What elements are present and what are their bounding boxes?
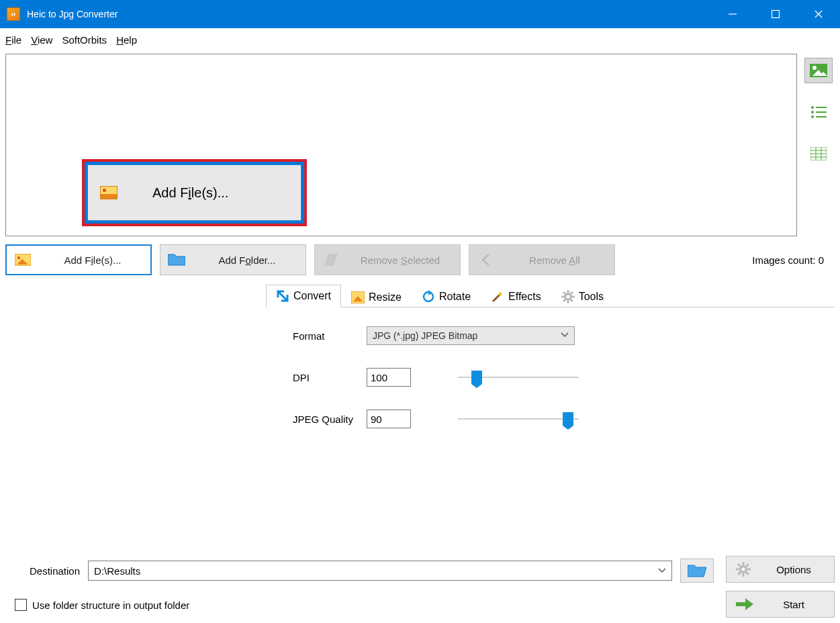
- svg-point-21: [17, 256, 20, 259]
- menu-help[interactable]: Help: [116, 34, 137, 46]
- tab-resize[interactable]: Resize: [341, 287, 412, 307]
- chevron-down-icon: [561, 331, 569, 339]
- eraser-icon: [322, 252, 340, 267]
- destination-combo[interactable]: D:\Results: [88, 561, 672, 581]
- svg-point-52: [742, 568, 745, 571]
- svg-rect-9: [816, 107, 827, 108]
- destination-label: Destination: [9, 565, 80, 577]
- svg-rect-53: [736, 602, 745, 606]
- add-folder-label: Add Folder...: [195, 254, 299, 266]
- start-button[interactable]: Start: [726, 591, 835, 618]
- svg-marker-24: [324, 254, 338, 266]
- app-icon: H: [7, 7, 20, 21]
- quality-slider[interactable]: [458, 410, 579, 428]
- view-details-button[interactable]: [804, 141, 833, 166]
- quality-label: JPEG Quality: [293, 414, 360, 425]
- svg-line-25: [279, 292, 287, 300]
- folder-open-icon: [688, 563, 706, 578]
- dpi-label: DPI: [293, 372, 360, 383]
- window-controls: [711, 0, 840, 28]
- title-bar: H Heic to Jpg Converter: [0, 0, 840, 28]
- tabs: Convert Resize Rotate Effects Tools: [266, 283, 835, 307]
- add-files-big-label: Add File(s)...: [152, 185, 228, 201]
- format-combo[interactable]: JPG (*.jpg) JPEG Bitmap: [367, 326, 575, 345]
- menu-softorbits[interactable]: SoftOrbits: [62, 34, 107, 46]
- tab-effects[interactable]: Effects: [481, 285, 551, 307]
- svg-line-48: [738, 564, 741, 567]
- format-label: Format: [293, 330, 360, 342]
- app-title: Heic to Jpg Converter: [27, 9, 118, 19]
- arrow-right-icon: [736, 598, 752, 610]
- tab-tools[interactable]: Tools: [551, 285, 614, 307]
- svg-line-49: [746, 572, 749, 575]
- svg-marker-42: [688, 565, 706, 577]
- svg-line-40: [563, 299, 565, 301]
- use-folder-structure-checkbox[interactable]: [15, 599, 27, 611]
- chevron-down-icon: [658, 567, 666, 575]
- svg-marker-23: [168, 254, 185, 265]
- folder-icon: [167, 252, 186, 267]
- svg-point-5: [812, 66, 816, 70]
- options-button[interactable]: Options: [726, 556, 835, 583]
- minimize-button[interactable]: [711, 0, 754, 28]
- remove-selected-button[interactable]: Remove Selected: [314, 244, 461, 275]
- add-files-button[interactable]: Add File(s)...: [5, 244, 152, 275]
- add-files-label: Add File(s)...: [42, 254, 144, 266]
- quality-input[interactable]: [367, 410, 411, 428]
- svg-point-41: [566, 295, 569, 299]
- svg-rect-13: [816, 116, 827, 117]
- highlight-callout: Add File(s)...: [82, 159, 307, 226]
- dpi-input[interactable]: [367, 368, 411, 387]
- svg-point-12: [811, 115, 814, 118]
- svg-marker-54: [745, 598, 753, 610]
- view-thumbnails-button[interactable]: [804, 58, 833, 83]
- svg-line-50: [746, 564, 749, 567]
- dpi-slider[interactable]: [458, 368, 579, 387]
- svg-line-39: [571, 292, 573, 294]
- svg-line-38: [571, 299, 573, 301]
- maximize-button[interactable]: [754, 0, 797, 28]
- preview-pane: Add File(s)...: [5, 54, 797, 236]
- svg-line-51: [738, 572, 741, 575]
- remove-all-label: Remove All: [502, 254, 608, 266]
- menu-file[interactable]: File: [5, 34, 21, 46]
- view-list-button[interactable]: [804, 99, 833, 125]
- image-icon: [100, 186, 118, 199]
- image-icon: [13, 252, 32, 267]
- convert-panel: Format JPG (*.jpg) JPEG Bitmap DPI JPEG …: [266, 307, 835, 458]
- tab-convert[interactable]: Convert: [266, 285, 341, 307]
- remove-all-button[interactable]: Remove All: [469, 244, 615, 275]
- svg-rect-11: [816, 111, 827, 113]
- svg-marker-29: [428, 290, 432, 295]
- menu-bar: File View SoftOrbits Help: [0, 28, 840, 51]
- svg-point-10: [811, 111, 814, 113]
- file-list-panel: [5, 283, 261, 550]
- images-count: Images count: 0: [752, 254, 835, 266]
- browse-destination-button[interactable]: [680, 559, 714, 583]
- tab-rotate[interactable]: Rotate: [412, 285, 481, 307]
- remove-selected-label: Remove Selected: [347, 254, 453, 266]
- gear-icon: [736, 562, 752, 577]
- chevron-left-icon: [476, 252, 495, 267]
- svg-rect-1: [772, 11, 780, 18]
- svg-point-8: [811, 106, 814, 109]
- close-button[interactable]: [797, 0, 840, 28]
- add-folder-button[interactable]: Add Folder...: [160, 244, 306, 275]
- svg-line-37: [563, 292, 565, 294]
- add-files-big-button[interactable]: Add File(s)...: [87, 164, 301, 221]
- use-folder-structure-label: Use folder structure in output folder: [32, 600, 189, 611]
- menu-view[interactable]: View: [31, 34, 52, 46]
